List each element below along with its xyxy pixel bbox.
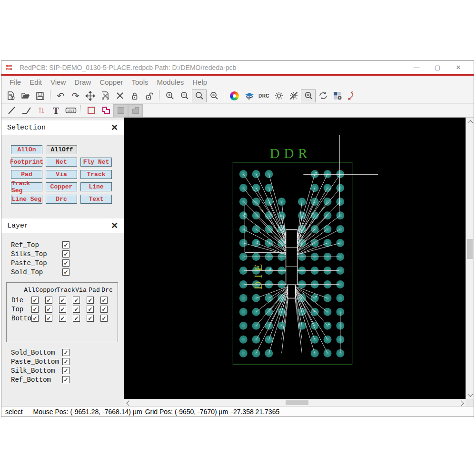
menu-modules[interactable]: Modules — [153, 78, 188, 86]
scroll-up-icon[interactable] — [466, 118, 474, 126]
zoom-icon[interactable] — [192, 89, 207, 102]
matrix-checkbox[interactable] — [31, 297, 39, 304]
menu-tools[interactable]: Tools — [128, 78, 153, 86]
button-line[interactable]: Line — [80, 182, 112, 191]
draw-polygon-filled-icon[interactable] — [128, 104, 143, 117]
drc-check-icon[interactable]: DRC — [257, 89, 271, 102]
layer-checkbox-sold-bottom[interactable] — [62, 349, 69, 356]
draw-rect-outline-icon[interactable] — [84, 104, 99, 117]
close-icon[interactable]: ✕ — [448, 61, 469, 74]
button-footprint[interactable]: Footprint — [11, 158, 42, 167]
zoom-in-icon[interactable] — [162, 89, 177, 102]
highlight-on-icon[interactable] — [271, 89, 286, 102]
draw-rect-filled-icon[interactable] — [113, 104, 128, 117]
menu-draw[interactable]: Draw — [70, 78, 95, 86]
matrix-checkbox[interactable] — [59, 297, 66, 304]
save-file-icon[interactable] — [33, 89, 48, 102]
new-file-icon[interactable] — [3, 89, 18, 102]
zoom-refresh-icon[interactable] — [316, 89, 330, 102]
menu-view[interactable]: View — [46, 78, 70, 86]
draw-text-icon[interactable]: T — [49, 104, 63, 117]
screen: REDPCB RedPCB: SIP-DEMO_0130-5-PLACE.red… — [0, 0, 476, 476]
button-track[interactable]: Track — [80, 170, 112, 179]
matrix-checkbox[interactable] — [100, 306, 108, 313]
menu-copper[interactable]: Copper — [95, 78, 127, 86]
button-allon[interactable]: AllOn — [11, 145, 42, 154]
layer-panel-close-icon[interactable]: ✕ — [111, 221, 118, 230]
horizontal-scrollbar-thumb[interactable] — [286, 400, 308, 405]
scroll-right-icon[interactable] — [458, 399, 466, 407]
matrix-checkbox[interactable] — [31, 306, 39, 313]
button-line-seg[interactable]: Line Seg — [11, 195, 42, 204]
draw-polygon-outline-icon[interactable] — [99, 104, 113, 117]
matrix-checkbox[interactable] — [59, 306, 66, 313]
matrix-checkbox[interactable] — [73, 315, 80, 322]
cut-document-icon[interactable] — [98, 89, 112, 102]
module-settings-icon[interactable] — [330, 89, 345, 102]
draw-polyline-icon[interactable] — [19, 104, 34, 117]
draw-track-icon[interactable] — [34, 104, 49, 117]
selection-panel-title: Selection — [7, 124, 46, 132]
draw-line-icon[interactable] — [4, 104, 19, 117]
draw-dimension-icon[interactable] — [63, 104, 78, 117]
layer-checkbox-ref-top[interactable] — [62, 241, 69, 248]
matrix-checkbox[interactable] — [87, 306, 94, 313]
zoom-reset-icon[interactable] — [207, 89, 221, 102]
scroll-down-icon[interactable] — [466, 391, 474, 399]
matrix-row-label: Top — [11, 306, 23, 313]
matrix-checkbox[interactable] — [73, 306, 80, 313]
button-fly-net[interactable]: Fly Net — [80, 158, 112, 167]
lock-icon[interactable] — [127, 89, 142, 102]
matrix-checkbox[interactable] — [45, 297, 52, 304]
button-via[interactable]: Via — [46, 170, 77, 179]
unlock-icon[interactable] — [142, 89, 157, 102]
vertical-scrollbar-thumb[interactable] — [467, 239, 473, 259]
zoom-selection-icon[interactable] — [301, 89, 316, 102]
matrix-checkbox[interactable] — [59, 315, 66, 322]
menu-file[interactable]: File — [5, 78, 25, 86]
undo-icon[interactable]: ↶ — [53, 89, 68, 102]
layer-display-settings-icon[interactable] — [242, 89, 257, 102]
button-text[interactable]: Text — [80, 195, 112, 204]
layer-checkbox-paste-bottom[interactable] — [62, 358, 69, 365]
layer-checkbox-ref-bottom[interactable] — [62, 376, 69, 383]
scroll-left-icon[interactable] — [124, 399, 131, 407]
maximize-icon[interactable]: ▢ — [427, 61, 448, 74]
layer-checkbox-silks-top[interactable] — [62, 250, 69, 258]
delete-icon[interactable] — [112, 89, 127, 102]
matrix-checkbox[interactable] — [31, 315, 39, 322]
redo-icon[interactable]: ↷ — [68, 89, 83, 102]
matrix-checkbox[interactable] — [100, 297, 108, 304]
matrix-checkbox[interactable] — [87, 297, 94, 304]
button-net[interactable]: Net — [46, 158, 77, 167]
pcb-canvas[interactable]: DDRDIE — [124, 118, 466, 399]
route-track-icon[interactable] — [345, 89, 360, 102]
matrix-checkbox[interactable] — [100, 315, 108, 322]
left-panel: Selection ✕ AllOn AllOff Footprint Net F… — [1, 118, 124, 406]
button-copper[interactable]: Copper — [46, 182, 77, 191]
button-drc[interactable]: Drc — [46, 195, 77, 204]
menu-help[interactable]: Help — [188, 78, 211, 86]
layer-checkbox-silk-bottom[interactable] — [62, 367, 69, 374]
matrix-checkbox[interactable] — [87, 315, 94, 322]
minimize-icon[interactable]: — — [406, 61, 427, 74]
layer-checkbox-paste-top[interactable] — [62, 259, 69, 267]
matrix-checkbox[interactable] — [45, 306, 52, 313]
matrix-checkbox[interactable] — [45, 315, 52, 322]
move-icon[interactable] — [83, 89, 98, 102]
highlight-off-icon[interactable] — [286, 89, 301, 102]
layer-checkbox-sold-top[interactable] — [62, 268, 69, 276]
button-track-seg[interactable]: Track Seg — [11, 182, 42, 191]
horizontal-scrollbar[interactable] — [124, 399, 466, 406]
button-pad[interactable]: Pad — [11, 170, 42, 179]
layer-label: Silk_Bottom — [11, 367, 55, 375]
matrix-checkbox[interactable] — [73, 297, 80, 304]
open-file-icon[interactable] — [18, 89, 33, 102]
zoom-out-icon[interactable] — [177, 89, 192, 102]
vertical-scrollbar[interactable] — [466, 118, 474, 399]
color-palette-icon[interactable] — [227, 89, 242, 102]
menu-edit[interactable]: Edit — [25, 78, 46, 86]
button-alloff[interactable]: AllOff — [47, 145, 77, 154]
selection-panel-close-icon[interactable]: ✕ — [111, 123, 118, 132]
status-grid-pos: Grid Pos: (-9650, -7670) µm — [145, 408, 228, 416]
